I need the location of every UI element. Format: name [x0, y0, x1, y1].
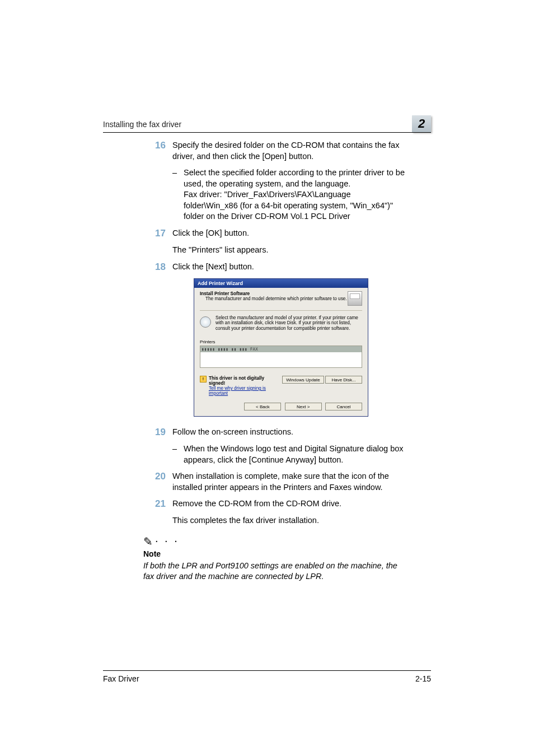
step-17-after: The "Printers" list appears. [172, 245, 405, 256]
back-button[interactable]: < Back [244, 403, 281, 410]
warning-icon: ! [200, 376, 207, 382]
step-number-21: 21 [143, 498, 172, 510]
dialog-description: Select the manufacturer and model of you… [216, 315, 362, 332]
note-dots: . . . [155, 532, 179, 544]
cd-icon [200, 316, 211, 328]
cancel-button[interactable]: Cancel [325, 403, 362, 410]
have-disk-button[interactable]: Have Disk... [325, 376, 362, 384]
dialog-titlebar: Add Printer Wizard [194, 279, 368, 288]
step-number-20: 20 [143, 471, 172, 493]
step-16-subtext: Select the specified folder according to… [184, 167, 405, 222]
step-19-text: Follow the on-screen instructions. [172, 427, 405, 438]
add-printer-wizard-dialog: Add Printer Wizard Install Printer Softw… [194, 278, 368, 417]
printer-icon [348, 291, 362, 306]
note-title: Note [143, 549, 405, 558]
dialog-subheading: The manufacturer and model determine whi… [205, 296, 348, 301]
step-number-19: 19 [143, 427, 172, 438]
step-number-16: 16 [143, 140, 172, 162]
footer-left: Fax Driver [103, 674, 139, 683]
step-18-text: Click the [Next] button. [172, 262, 405, 273]
step-17-text: Click the [OK] button. [172, 228, 405, 239]
chapter-number-badge: 2 [412, 115, 431, 132]
note-pen-icon: ✎ [143, 535, 153, 548]
step-21-after: This completes the fax driver installati… [172, 515, 405, 526]
driver-signing-link[interactable]: Tell me why driver signing is important [209, 386, 280, 396]
dialog-heading: Install Printer Software [200, 291, 348, 296]
bullet-dash: – [172, 167, 184, 222]
windows-update-button[interactable]: Windows Update [282, 376, 324, 384]
printers-listbox[interactable]: ▮▮▮▮▮ ▮▮▮▮ ▮▮ ▮▮▮ FAX [200, 346, 362, 368]
running-header: Installing the fax driver [103, 120, 181, 129]
step-number-18: 18 [143, 262, 172, 273]
warning-text: This driver is not digitally signed! [209, 376, 280, 386]
printers-label: Printers [200, 339, 362, 344]
step-16-text: Specify the desired folder on the CD-ROM… [172, 140, 405, 162]
note-body: If both the LPR and Port9100 settings ar… [143, 561, 405, 582]
step-19-subtext: When the Windows logo test and Digital S… [184, 444, 405, 465]
next-button[interactable]: Next > [285, 403, 322, 410]
step-20-text: When installation is complete, make sure… [172, 471, 405, 493]
printers-selected-item[interactable]: ▮▮▮▮▮ ▮▮▮▮ ▮▮ ▮▮▮ FAX [200, 346, 362, 352]
footer-page-number: 2-15 [415, 674, 431, 683]
step-21-text: Remove the CD-ROM from the CD-ROM drive. [172, 498, 405, 510]
step-number-17: 17 [143, 228, 172, 239]
bullet-dash: – [172, 444, 184, 465]
